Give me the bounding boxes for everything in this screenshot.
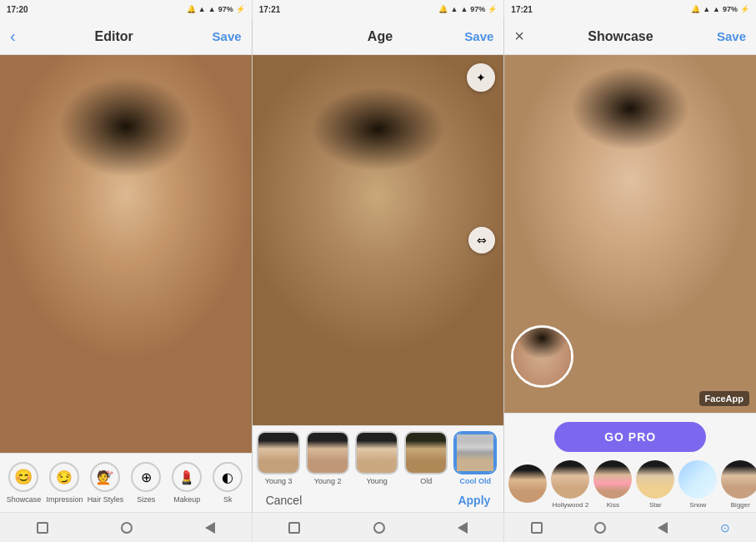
nav-circle-1[interactable] xyxy=(121,522,133,534)
age-filter-label-young3: Young 3 xyxy=(265,477,293,485)
toolbar-item-hairstyles[interactable]: 💇 Hair Styles xyxy=(85,462,126,504)
time-1: 17:20 xyxy=(7,5,28,14)
showcase-filter-star[interactable]: Star xyxy=(635,460,675,509)
toolbar-item-skin[interactable]: ◐ Sk xyxy=(208,462,248,504)
nav-square-1[interactable] xyxy=(37,522,48,534)
hairstyles-toolbar-label: Hair Styles xyxy=(88,495,124,504)
editor-panel: ‹ Editor Save 😊 Showcase 😏 Impression xyxy=(0,18,253,512)
skin-toolbar-icon: ◐ xyxy=(213,462,243,492)
editor-title: Editor xyxy=(95,29,133,44)
wifi-2: ▲ xyxy=(460,5,468,13)
age-filter-young2[interactable]: Young 2 xyxy=(305,431,351,485)
showcase-filter-thumb-star xyxy=(636,460,674,499)
resize-icon: ⇔ xyxy=(477,233,487,247)
age-title: Age xyxy=(368,29,393,44)
age-save-button[interactable]: Save xyxy=(464,29,493,43)
status-icons-2: 🔔 ▲ ▲ 97% ⚡ xyxy=(438,5,497,13)
editor-toolbar: 😊 Showcase 😏 Impression 💇 Hair Styles ⊕ … xyxy=(0,453,252,512)
showcase-filter-label-hollywood: Hollywood 2 xyxy=(553,501,589,509)
nav-circle-3[interactable] xyxy=(594,522,606,534)
showcase-filter-original[interactable] xyxy=(508,464,548,505)
showcase-filter-bigger[interactable]: Bigger xyxy=(720,460,756,509)
impression-toolbar-icon: 😏 xyxy=(49,462,79,492)
alarm-icon-1: 🔔 xyxy=(187,5,196,13)
showcase-title: Showcase xyxy=(588,29,653,44)
editor-image-area xyxy=(0,55,252,453)
showcase-filter-label-bigger: Bigger xyxy=(731,501,750,509)
age-filter-old[interactable]: Old xyxy=(403,431,449,485)
showcase-overlay-circle xyxy=(511,325,573,388)
battery-pct-1: 97% xyxy=(218,5,233,13)
age-filter-list: Young 3 Young 2 Young xyxy=(253,426,504,490)
age-filter-thumb-young xyxy=(355,431,398,474)
showcase-filter-kiss[interactable]: Kiss xyxy=(593,460,633,509)
nav-home-3[interactable]: ⊙ xyxy=(720,520,730,535)
status-bar-2: 17:21 🔔 ▲ ▲ 97% ⚡ xyxy=(253,0,505,18)
age-filter-thumb-young3 xyxy=(257,431,300,474)
age-filter-young[interactable]: Young xyxy=(354,431,400,485)
showcase-filter-label-kiss: Kiss xyxy=(607,501,619,509)
age-filter-thumb-young2 xyxy=(306,431,349,474)
cancel-button[interactable]: Cancel xyxy=(266,494,303,507)
nav-square-2[interactable] xyxy=(288,522,300,534)
resize-button[interactable]: ⇔ xyxy=(468,227,495,253)
battery-icon-3: ⚡ xyxy=(740,5,749,13)
showcase-filter-label-snow: Snow xyxy=(689,501,706,509)
alarm-icon-3: 🔔 xyxy=(691,5,700,13)
makeup-toolbar-label: Makeup xyxy=(173,495,200,504)
go-pro-button[interactable]: GO PRO xyxy=(554,422,706,452)
toolbar-item-makeup[interactable]: 💄 Makeup xyxy=(167,462,208,504)
signal-2: ▲ xyxy=(450,5,458,13)
age-filter-label-coolold: Cool Old xyxy=(459,477,491,485)
age-filter-label-young2: Young 2 xyxy=(314,477,342,485)
toolbar-item-sizes[interactable]: ⊕ Sizes xyxy=(126,462,167,504)
age-filter-thumb-old xyxy=(404,431,448,474)
battery-pct-2: 97% xyxy=(470,5,485,13)
wifi-1: ▲ xyxy=(208,5,216,13)
apply-button[interactable]: Apply xyxy=(458,494,490,507)
alarm-icon-2: 🔔 xyxy=(438,5,448,13)
close-button[interactable]: × xyxy=(514,27,524,46)
showcase-toolbar-label: Showcase xyxy=(7,495,42,504)
showcase-save-button[interactable]: Save xyxy=(717,29,746,43)
editor-nav: ‹ Editor Save xyxy=(0,18,252,55)
wifi-3: ▲ xyxy=(713,5,720,13)
showcase-overlay-image xyxy=(513,328,571,385)
nav-triangle-3[interactable] xyxy=(658,522,668,534)
sizes-toolbar-icon: ⊕ xyxy=(131,462,161,492)
age-filter-young3[interactable]: Young 3 xyxy=(256,431,302,485)
showcase-panel: × Showcase Save FaceApp GO PRO xyxy=(504,18,756,512)
age-filter-img-young2 xyxy=(308,433,348,473)
showcase-filter-thumb-kiss xyxy=(593,460,632,499)
showcase-image-area: FaceApp xyxy=(504,55,756,413)
battery-icon-1: ⚡ xyxy=(236,5,245,13)
showcase-nav: × Showcase Save xyxy=(504,18,756,55)
bottom-nav-2 xyxy=(253,513,505,542)
nav-triangle-2[interactable] xyxy=(458,522,468,534)
editor-save-button[interactable]: Save xyxy=(213,29,242,43)
showcase-filter-thumb-original xyxy=(508,464,547,503)
faceapp-watermark: FaceApp xyxy=(699,391,749,406)
showcase-filter-thumb-hollywood xyxy=(551,460,589,499)
showcase-filter-snow[interactable]: Snow xyxy=(678,460,718,509)
showcase-filter-thumb-snow xyxy=(678,460,717,499)
toolbar-item-impression[interactable]: 😏 Impression xyxy=(44,462,85,504)
age-filter-thumb-coolold xyxy=(453,431,497,474)
toolbar-item-showcase[interactable]: 😊 Showcase xyxy=(3,462,44,504)
hairstyles-toolbar-icon: 💇 xyxy=(90,462,120,492)
battery-pct-3: 97% xyxy=(723,5,738,13)
age-nav: Age Save xyxy=(253,18,504,55)
age-filter-coolold[interactable]: Cool Old xyxy=(453,431,498,485)
age-filter-label-young: Young xyxy=(367,477,388,485)
back-button[interactable]: ‹ xyxy=(10,27,16,46)
age-filter-img-young3 xyxy=(258,433,298,473)
status-icons-3: 🔔 ▲ ▲ 97% ⚡ xyxy=(691,5,749,13)
cancel-apply-row: Cancel Apply xyxy=(253,490,504,512)
nav-square-3[interactable] xyxy=(531,522,543,534)
showcase-filter-hollywood[interactable]: Hollywood 2 xyxy=(550,460,590,509)
nav-circle-2[interactable] xyxy=(373,522,385,534)
age-filter-img-old xyxy=(406,433,446,473)
editor-face-image xyxy=(0,55,252,453)
nav-triangle-1[interactable] xyxy=(205,522,215,534)
showcase-toolbar-icon: 😊 xyxy=(8,462,38,492)
